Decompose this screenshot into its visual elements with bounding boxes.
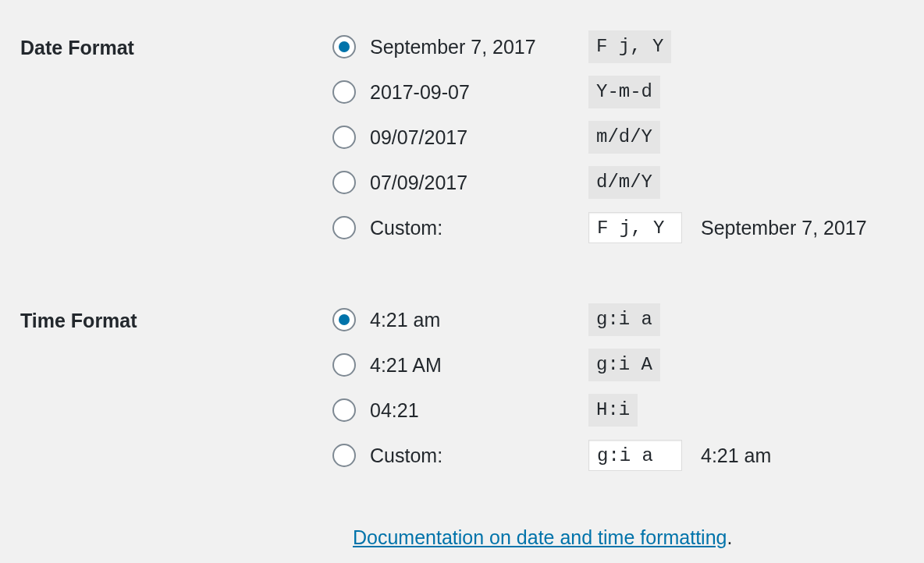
time-format-heading: Time Format bbox=[20, 296, 332, 335]
date-format-heading: Date Format bbox=[20, 23, 332, 62]
radio-icon[interactable] bbox=[332, 444, 356, 467]
date-format-options: September 7, 2017 F j, Y 2017-09-07 Y-m-… bbox=[332, 23, 904, 251]
date-format-option-code: d/m/Y bbox=[588, 166, 660, 199]
documentation-period: . bbox=[727, 526, 732, 548]
documentation-link[interactable]: Documentation on date and time formattin… bbox=[353, 526, 727, 548]
radio-icon[interactable] bbox=[332, 398, 356, 422]
date-format-option-code: m/d/Y bbox=[588, 121, 660, 154]
radio-icon[interactable] bbox=[332, 35, 356, 58]
time-format-custom-input[interactable] bbox=[588, 440, 682, 471]
date-format-option-code: F j, Y bbox=[588, 30, 671, 63]
date-format-option[interactable]: 2017-09-07 Y-m-d bbox=[332, 70, 904, 114]
time-format-options: 4:21 am g:i a 4:21 AM g:i A 04:21 H:i Cu… bbox=[332, 296, 904, 479]
date-format-custom-option[interactable]: Custom: September 7, 2017 bbox=[332, 206, 904, 250]
time-format-option-code: g:i a bbox=[588, 303, 660, 336]
date-format-option[interactable]: 07/09/2017 d/m/Y bbox=[332, 161, 904, 204]
date-format-option-label: September 7, 2017 bbox=[370, 34, 588, 61]
time-format-custom-label: Custom: bbox=[370, 442, 588, 469]
date-format-custom-preview: September 7, 2017 bbox=[701, 214, 867, 242]
time-format-option-label: 04:21 bbox=[370, 397, 588, 424]
time-format-option-code: H:i bbox=[588, 394, 638, 427]
date-format-option-label: 09/07/2017 bbox=[370, 124, 588, 151]
time-format-custom-preview: 4:21 am bbox=[701, 442, 771, 469]
date-format-option-label: 2017-09-07 bbox=[370, 79, 588, 106]
date-format-option-label: 07/09/2017 bbox=[370, 169, 588, 197]
time-format-option[interactable]: 4:21 AM g:i A bbox=[332, 343, 904, 387]
time-format-option-label: 4:21 AM bbox=[370, 352, 588, 379]
date-format-section: Date Format September 7, 2017 F j, Y 201… bbox=[20, 23, 904, 251]
radio-icon[interactable] bbox=[332, 80, 356, 104]
date-format-option-code: Y-m-d bbox=[588, 76, 660, 108]
radio-icon[interactable] bbox=[332, 126, 356, 149]
time-format-option-code: g:i A bbox=[588, 349, 660, 381]
radio-icon[interactable] bbox=[332, 216, 356, 239]
time-format-option[interactable]: 04:21 H:i bbox=[332, 388, 904, 432]
date-format-custom-input[interactable] bbox=[588, 212, 682, 243]
date-format-option[interactable]: September 7, 2017 F j, Y bbox=[332, 25, 904, 69]
date-format-option[interactable]: 09/07/2017 m/d/Y bbox=[332, 115, 904, 159]
radio-icon[interactable] bbox=[332, 353, 356, 377]
time-format-section: Time Format 4:21 am g:i a 4:21 AM g:i A … bbox=[20, 296, 904, 479]
time-format-option[interactable]: 4:21 am g:i a bbox=[332, 298, 904, 342]
time-format-option-label: 4:21 am bbox=[370, 306, 588, 334]
date-format-custom-label: Custom: bbox=[370, 214, 588, 242]
radio-icon[interactable] bbox=[332, 308, 356, 331]
documentation-row: Documentation on date and time formattin… bbox=[353, 524, 904, 551]
time-format-custom-option[interactable]: Custom: 4:21 am bbox=[332, 434, 904, 477]
radio-icon[interactable] bbox=[332, 171, 356, 194]
